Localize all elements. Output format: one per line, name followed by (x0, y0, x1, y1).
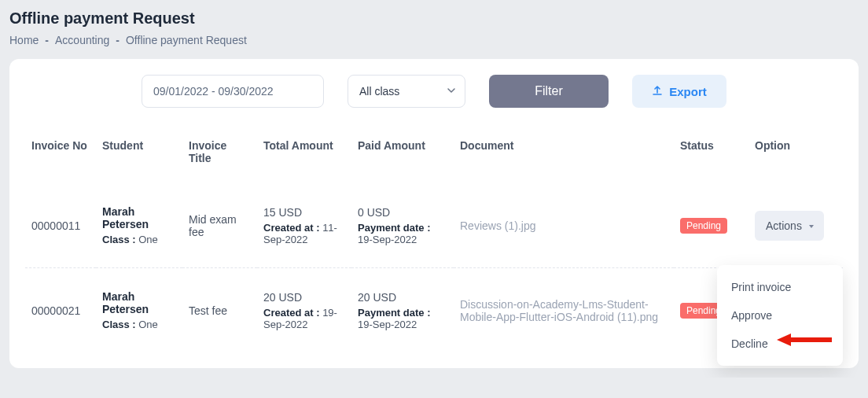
student-name: Marah Petersen (102, 290, 176, 315)
th-status: Status (674, 131, 748, 183)
document-link[interactable]: Reviews (1).jpg (460, 219, 535, 232)
cell-document: Discussion-on-Academy-Lms-Student-Mobile… (454, 268, 674, 353)
breadcrumb-sep: - (45, 34, 49, 46)
paid-amount-value: 20 USD (358, 291, 447, 304)
paid-date: Payment date : 19-Sep-2022 (358, 222, 447, 245)
paid-amount-value: 0 USD (358, 206, 447, 219)
th-invoice-no: Invoice No (25, 131, 96, 183)
actions-dropdown: Print invoice Approve Decline (717, 265, 843, 366)
th-total-amount: Total Amount (257, 131, 351, 183)
class-select[interactable]: All class (348, 75, 465, 108)
breadcrumb: Home - Accounting - Offline payment Requ… (9, 34, 859, 46)
class-select-wrapper: All class (348, 75, 465, 108)
th-invoice-title: Invoice Title (182, 131, 257, 183)
caret-down-icon (808, 219, 815, 232)
page-title: Offline payment Request (9, 9, 859, 28)
table-row: 00000011 Marah Petersen Class : One Mid … (25, 183, 843, 268)
th-document: Document (454, 131, 674, 183)
cell-student: Marah Petersen Class : One (96, 183, 182, 268)
cell-invoice-title: Test fee (182, 268, 257, 353)
date-range-input[interactable] (142, 75, 324, 108)
actions-label: Actions (766, 219, 802, 232)
total-amount-value: 20 USD (263, 291, 345, 304)
cell-total-amount: 15 USD Created at : 11-Sep-2022 (257, 183, 351, 268)
breadcrumb-sep: - (116, 34, 120, 46)
dropdown-print-invoice[interactable]: Print invoice (717, 273, 843, 301)
cell-invoice-title: Mid exam fee (182, 183, 257, 268)
breadcrumb-home[interactable]: Home (9, 34, 39, 46)
student-class: Class : One (102, 319, 176, 330)
export-label: Export (669, 85, 707, 98)
cell-total-amount: 20 USD Created at : 19-Sep-2022 (257, 268, 351, 353)
student-name: Marah Petersen (102, 205, 176, 230)
filter-button[interactable]: Filter (489, 75, 609, 108)
total-amount-value: 15 USD (263, 206, 345, 219)
breadcrumb-accounting[interactable]: Accounting (55, 34, 109, 46)
status-badge: Pending (680, 218, 727, 234)
paid-date: Payment date : 19-Sep-2022 (358, 307, 447, 330)
cell-status: Pending (674, 183, 748, 268)
content-card: All class Filter Export Invoice No Stude… (9, 59, 859, 368)
total-created: Created at : 11-Sep-2022 (263, 222, 345, 245)
document-link[interactable]: Discussion-on-Academy-Lms-Student-Mobile… (460, 298, 658, 323)
total-created: Created at : 19-Sep-2022 (263, 307, 345, 330)
th-student: Student (96, 131, 182, 183)
cell-document: Reviews (1).jpg (454, 183, 674, 268)
th-paid-amount: Paid Amount (351, 131, 454, 183)
cell-invoice-no: 00000021 (25, 268, 96, 353)
cell-paid-amount: 20 USD Payment date : 19-Sep-2022 (351, 268, 454, 353)
dropdown-decline[interactable]: Decline (717, 330, 843, 358)
cell-paid-amount: 0 USD Payment date : 19-Sep-2022 (351, 183, 454, 268)
cell-option: Actions (748, 183, 843, 268)
filters-row: All class Filter Export (25, 75, 843, 108)
th-option: Option (748, 131, 843, 183)
export-icon (652, 85, 663, 98)
export-button[interactable]: Export (632, 75, 726, 108)
cell-invoice-no: 00000011 (25, 183, 96, 268)
actions-button[interactable]: Actions (755, 211, 824, 241)
breadcrumb-current: Offline payment Request (126, 34, 247, 46)
cell-student: Marah Petersen Class : One (96, 268, 182, 353)
student-class: Class : One (102, 234, 176, 245)
dropdown-approve[interactable]: Approve (717, 301, 843, 330)
